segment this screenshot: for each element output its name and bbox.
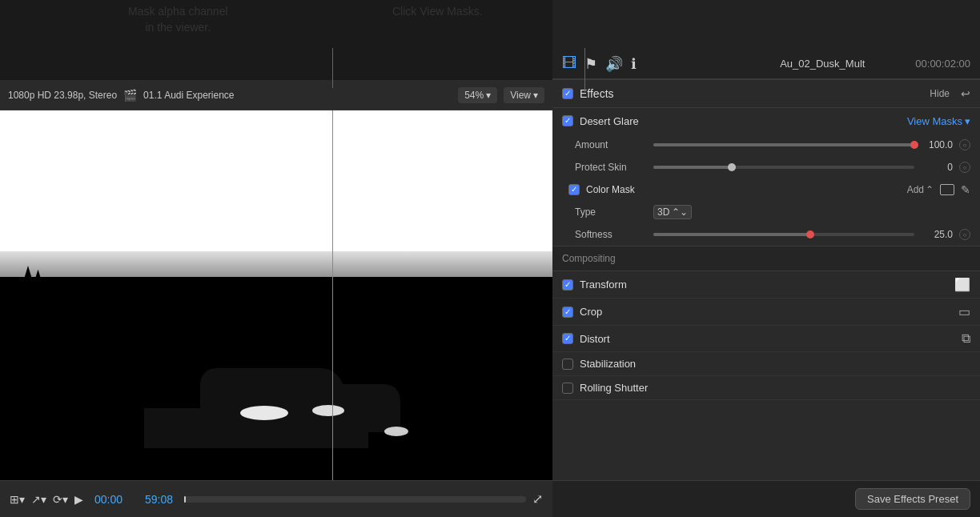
pointer-button[interactable]: ↗▾ [31,493,46,506]
film-strip-icon[interactable]: 🎞 [562,55,576,72]
annotation-space [552,0,980,49]
desert-glare-name: Desert Glare [580,115,901,127]
timeline-track[interactable] [184,496,526,503]
rolling-shutter-row: Rolling Shutter [552,376,980,400]
softness-thumb[interactable] [806,230,814,238]
crop-row: ✓ Crop ▭ [552,299,980,326]
add-button[interactable]: Add ⌃ [907,184,934,195]
effects-checkbox[interactable]: ✓ [562,88,573,99]
protect-skin-thumb[interactable] [728,163,736,171]
clip-duration: 00:00:02:00 [915,58,970,70]
layout-button[interactable]: ⊞▾ [10,493,25,506]
right-top-bar: 🎞 ⚑ 🔊 ℹ Au_02_Dusk_Mult 00:00:02:00 [552,0,980,80]
vertical-line [332,110,333,480]
type-select[interactable]: 3D ⌃⌄ [653,205,692,219]
crop-icon[interactable]: ▭ [958,304,970,319]
distort-name: Distort [580,333,955,345]
transport-bar: ⊞▾ ↗▾ ⟳▾ ▶ 00:00 59:08 ⤢ [0,480,552,517]
zoom-button[interactable]: 54% ▾ [458,87,497,103]
type-row: Type 3D ⌃⌄ [552,201,980,223]
amount-fill [653,143,914,146]
effects-title: Effects [580,87,918,100]
amount-row: Amount 100.0 ○ [552,134,980,156]
rolling-shutter-checkbox[interactable] [562,383,573,394]
softness-fill [653,233,810,236]
amount-slider[interactable] [653,143,914,146]
view-button[interactable]: View ▾ [504,87,544,103]
timecode-total: 59:08 [145,493,173,506]
compositing-header: Compositing [552,246,980,271]
right-panel: 🎞 ⚑ 🔊 ℹ Au_02_Dusk_Mult 00:00:02:00 ✓ Ef… [552,0,980,517]
view-masks-button[interactable]: View Masks ▾ [907,115,970,127]
flag-icon[interactable]: ⚑ [584,55,597,73]
hide-button[interactable]: Hide [925,86,954,101]
softness-reset[interactable]: ○ [959,229,970,240]
color-mask-checkbox[interactable]: ✓ [568,184,580,195]
distort-checkbox[interactable]: ✓ [562,333,573,344]
softness-slider[interactable] [653,233,914,236]
desert-glare-section: ✓ Desert Glare View Masks ▾ Amount 100.0… [552,108,980,246]
effects-panel: ✓ Effects Hide ↩ ✓ Desert Glare View Mas… [552,80,980,480]
transform-row: ✓ Transform ⬜ [552,271,980,299]
viewer-area [0,110,552,480]
format-text: 1080p HD 23.98p, Stereo [8,90,117,101]
rolling-shutter-name: Rolling Shutter [580,382,970,394]
softness-value: 25.0 [921,229,953,240]
rect-icon[interactable] [940,184,954,195]
timecode-current: 00:00 [94,493,122,506]
softness-label: Softness [575,229,647,240]
viewer-image [0,110,552,480]
effects-header: ✓ Effects Hide ↩ [552,80,980,108]
protect-skin-fill [653,166,732,169]
annotation-right: Click View Masks. [392,4,483,20]
distort-icon[interactable]: ⧉ [962,331,970,346]
distort-row: ✓ Distort ⧉ [552,326,980,352]
right-toolbar: 🎞 ⚑ 🔊 ℹ Au_02_Dusk_Mult 00:00:02:00 [552,49,980,79]
transform-checkbox[interactable]: ✓ [562,279,573,291]
stabilization-name: Stabilization [580,358,970,370]
clip-name: Au_02_Dusk_Mult [780,58,907,70]
reset-button[interactable]: ↩ [961,87,970,100]
protect-skin-value: 0 [921,162,953,173]
amount-value: 100.0 [921,139,953,150]
amount-label: Amount [575,139,647,150]
crop-checkbox[interactable]: ✓ [562,307,573,318]
desert-glare-row: ✓ Desert Glare View Masks ▾ [552,108,980,134]
annotation-area: Mask alpha channel in the viewer. Click … [0,0,552,80]
amount-thumb[interactable] [910,141,918,149]
amount-reset[interactable]: ○ [959,139,970,150]
stabilization-row: Stabilization [552,352,980,376]
protect-skin-reset[interactable]: ○ [959,162,970,173]
crop-name: Crop [580,306,952,318]
annotation-left: Mask alpha channel in the viewer. [128,4,228,35]
bottom-bar: Save Effects Preset [552,480,980,517]
info-icon[interactable]: ℹ [631,55,637,73]
speed-button[interactable]: ⟳▾ [53,493,68,506]
transform-icon[interactable]: ⬜ [954,277,970,292]
clip-name-text: 01.1 Audi Experience [143,90,234,101]
protect-skin-row: Protect Skin 0 ○ [552,156,980,178]
transform-name: Transform [580,279,948,291]
speaker-icon[interactable]: 🔊 [605,55,623,73]
save-effects-preset-button[interactable]: Save Effects Preset [855,488,970,510]
color-mask-name: Color Mask [586,184,901,195]
protect-skin-label: Protect Skin [575,162,647,173]
stabilization-checkbox[interactable] [562,359,573,370]
eyedropper-icon[interactable]: ✎ [961,183,970,196]
type-label: Type [575,206,647,218]
film-icon: 🎬 [123,89,137,102]
expand-button[interactable]: ⤢ [532,491,543,507]
viewer-toolbar: 1080p HD 23.98p, Stereo 🎬 01.1 Audi Expe… [0,80,552,110]
protect-skin-slider[interactable] [653,166,914,169]
timeline-progress [184,496,186,503]
play-button[interactable]: ▶ [74,493,83,506]
desert-glare-checkbox[interactable]: ✓ [562,115,573,126]
softness-row: Softness 25.0 ○ [552,223,980,246]
color-mask-row: ✓ Color Mask Add ⌃ ✎ [552,178,980,201]
